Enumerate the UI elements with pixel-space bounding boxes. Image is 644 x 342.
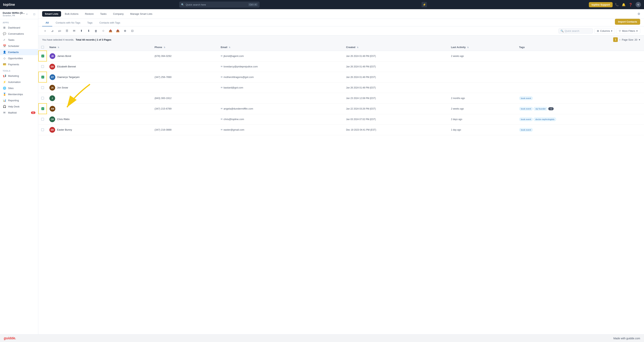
support-button[interactable]: topline Support (589, 2, 612, 7)
bell-icon[interactable]: 🔔 (622, 3, 626, 6)
table-row[interactable]: EBElizabeth Bennet✉lovedarcy@prideprejud… (38, 61, 644, 72)
row-checkbox[interactable]: ✓ (41, 76, 44, 78)
subnav-manage-smart-lists[interactable]: Manage Smart Lists (128, 11, 155, 17)
contact-email: ✉chris@topline.com (218, 114, 344, 124)
row-checkbox[interactable] (41, 128, 44, 131)
sidebar-item-mailfold[interactable]: ✉ Mailfold 11 (0, 110, 38, 116)
export-button[interactable]: 📤 (108, 28, 113, 34)
sidebar-item-automation[interactable]: ⚡ Automation (0, 79, 38, 85)
sidebar-item-dashboard[interactable]: ⊞ Dashboard (0, 24, 38, 31)
tag-button[interactable]: 🏷 (57, 28, 62, 34)
workspace-header[interactable]: Dunder Mifflin [D... Scranton, PA ▾ ⊡ (0, 9, 38, 19)
download-button[interactable]: ⬇ (86, 28, 92, 34)
table-row[interactable]: CRChris Riklin✉chris@topline.comJan 03 2… (38, 114, 644, 124)
contact-phone (152, 82, 218, 93)
table-row[interactable]: ✓AM(347) 215-6789✉angela@dundermifflin.c… (38, 104, 644, 114)
lightning-button[interactable]: ⚡ (422, 2, 427, 7)
contact-name[interactable]: James Bond (57, 54, 71, 58)
table-row[interactable]: EBEaster Bunny(347) 216-0888✉easter@gmai… (38, 124, 644, 135)
tag-more-badge[interactable]: +2 (548, 107, 554, 110)
sidebar-item-memberships[interactable]: 🏅 Memberships (0, 91, 38, 97)
subnav-restore[interactable]: Restore (82, 11, 96, 17)
sidebar-item-reporting[interactable]: 📊 Reporting (0, 97, 38, 104)
contact-tags (516, 51, 644, 61)
help-icon[interactable]: ❓ (629, 3, 632, 6)
filter-button[interactable]: ⊿ (50, 28, 55, 34)
tag-chip[interactable]: book event (519, 107, 533, 110)
search-icon: 🔍 (181, 3, 184, 6)
sidebar-item-label: Sites (8, 87, 14, 90)
delete-button[interactable]: 🗑 (93, 28, 99, 34)
upload-button[interactable]: ⬆ (78, 28, 84, 34)
row-checkbox[interactable] (41, 118, 44, 121)
import-button[interactable]: 📥 (115, 28, 120, 34)
chevron-down-icon: ▾ (26, 13, 28, 15)
email-icon: ✉ (221, 108, 222, 110)
helpdesk-icon: 🎧 (3, 105, 6, 108)
contact-name[interactable]: Daenerys Targaryen (57, 76, 80, 78)
page-size-label[interactable]: Page Size: 20 (622, 38, 637, 41)
tab-all[interactable]: All (42, 19, 52, 26)
sidebar-item-contacts[interactable]: 👤 Contacts (0, 49, 38, 55)
table-search[interactable]: 🔍 Quick search (558, 28, 593, 34)
subnav-company[interactable]: Company (110, 11, 126, 17)
row-checkbox[interactable] (41, 86, 44, 89)
star-button[interactable]: ☆ (100, 28, 106, 34)
subnav-tasks[interactable]: Tasks (98, 11, 109, 17)
email-value: chris@topline.com (224, 118, 244, 121)
row-checkbox[interactable] (41, 65, 44, 68)
more-button[interactable]: ⊡ (130, 28, 135, 34)
tab-with-tags[interactable]: Contacts with Tags (96, 19, 124, 26)
tab-tags[interactable]: Tags (84, 19, 96, 26)
sidebar-item-marketing[interactable]: 📢 Marketing (0, 73, 38, 79)
row-checkbox[interactable] (41, 97, 44, 100)
memberships-icon: 🏅 (3, 93, 6, 96)
contact-name[interactable]: Jon Snow (57, 86, 68, 89)
sidebar-item-tasks[interactable]: ✓ Tasks (0, 37, 38, 43)
contact-name[interactable]: Easter Bunny (57, 128, 72, 131)
email-value: bastard@got.com (224, 86, 243, 89)
table-row[interactable]: ✓DTDaenerys Targaryen(347) 256-7890✉moth… (38, 72, 644, 82)
tab-no-tags[interactable]: Contacts with No Tags (52, 19, 84, 26)
subnav-bulk-actions[interactable]: Bulk Actions (62, 11, 81, 17)
add-contact-button[interactable]: ＋ (42, 28, 48, 34)
contact-name[interactable]: Elizabeth Bennet (57, 65, 76, 68)
message-button[interactable]: ☰ (64, 28, 70, 34)
table-row[interactable]: ✓JBJames Bond(678) 394-0292✉jbond@agent.… (38, 51, 644, 61)
sidebar-item-helpdesk[interactable]: 🎧 Help Desk (0, 104, 38, 110)
page-size-chevron[interactable]: ▾ (639, 38, 640, 41)
email-value: angela@dundermifflin.com (224, 107, 253, 110)
settings-icon[interactable]: ⚙ (638, 12, 640, 16)
email-button[interactable]: ✉ (71, 28, 77, 34)
subnav-smart-lists[interactable]: Smart Lists (42, 11, 61, 17)
import-contacts-button[interactable]: Import Contacts (615, 19, 640, 25)
more-filters-button[interactable]: ▽ More Filters ▾ (616, 28, 640, 34)
table-row[interactable]: J(843) 300-1912Jan 23 2024 12:08 PM (EST… (38, 93, 644, 104)
select-all-checkbox[interactable] (41, 46, 44, 49)
tag-chip[interactable]: book event (519, 128, 533, 132)
pagination: 1 › Page Size: 20 ▾ (613, 37, 640, 42)
current-page-badge[interactable]: 1 (613, 37, 618, 42)
phone-icon[interactable]: 📞 (615, 3, 619, 6)
tag-chip[interactable]: vip founder (534, 107, 547, 110)
marketing-icon: 📢 (3, 74, 6, 77)
row-checkbox[interactable]: ✓ (41, 54, 44, 58)
sidebar-item-opportunities[interactable]: ◇ Opportunities (0, 55, 38, 61)
chevron-down-icon: ▾ (636, 30, 638, 32)
sidebar-item-sites[interactable]: 🌐 Sites (0, 85, 38, 91)
tag-chip[interactable]: book event (519, 118, 533, 121)
table-row[interactable]: JSJon Snow✉bastard@got.comJan 26 2024 01… (38, 82, 644, 93)
tag-chip[interactable]: doctor-nephrologists (534, 118, 556, 121)
columns-button[interactable]: ⊞ Columns ▾ (594, 28, 615, 34)
merge-button[interactable]: ⊕ (122, 28, 128, 34)
row-checkbox[interactable]: ✓ (41, 107, 44, 110)
sidebar-item-scheduler[interactable]: 📅 Scheduler (0, 43, 38, 49)
sidebar-item-conversations[interactable]: 💬 Conversations (0, 31, 38, 37)
sidebar-toggle-icon[interactable]: ⊡ (33, 13, 36, 16)
contact-name[interactable]: Chris Riklin (57, 118, 70, 121)
next-page-button[interactable]: › (619, 38, 620, 41)
global-search-bar[interactable]: 🔍 Quick search here Ctrl + K (179, 2, 260, 8)
tag-chip[interactable]: book event (519, 96, 533, 100)
user-avatar[interactable]: U (636, 2, 641, 7)
sidebar-item-payments[interactable]: 💳 Payments (0, 61, 38, 68)
